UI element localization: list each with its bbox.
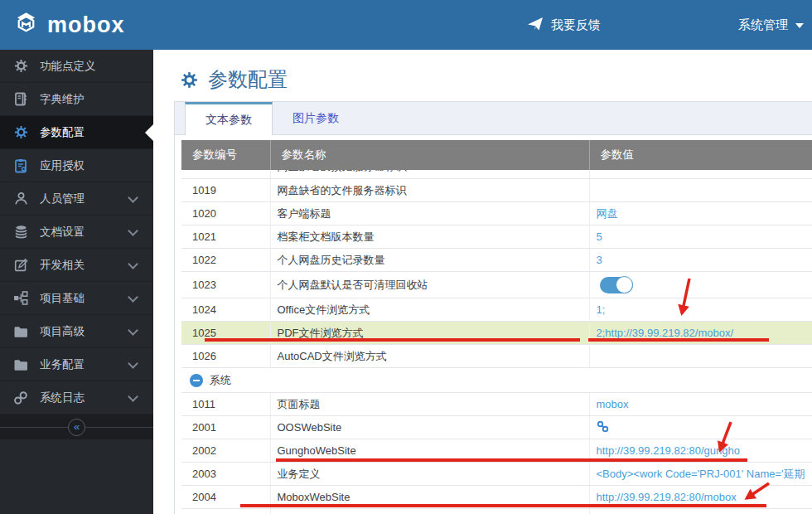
sidebar-item-参数配置[interactable]: 参数配置 [0,116,153,149]
param-name: 网盘缺省的文件服务器标识 [270,179,589,202]
sidebar-item-开发相关[interactable]: 开发相关 [0,249,153,282]
chevron-down-icon [128,325,138,336]
sidebar-item-项目基础[interactable]: 项目基础 [0,282,153,315]
param-name: OOSWebSite [270,416,589,439]
table-row[interactable]: 1021档案柜文档版本数量5 [181,225,812,249]
sidebar-item-label: 项目基础 [40,291,85,306]
param-value: http://39.99.219.82:80/mobox [589,486,812,509]
param-value: 1 [589,170,812,179]
table-row-partial[interactable]: 1018网盘缺省的预览服务器标识1 [181,170,812,179]
param-value: 2;http://39.99.219.82/mobox/ [589,322,812,345]
param-id: 2001 [181,416,270,439]
sidebar: 功能点定义字典维护参数配置应用授权人员管理文档设置开发相关项目基础项目高级业务配… [0,50,153,514]
column-header-name: 参数名称 [270,140,589,170]
sidebar-item-字典维护[interactable]: 字典维护 [0,83,153,116]
table-row[interactable]: 2001OOSWebSite [181,416,812,439]
chevron-down-icon [128,259,138,269]
table-row[interactable]: 2003业务定义<Body><work Code='PRJ-001' Name=… [181,463,812,486]
param-value: 3 [589,249,812,272]
param-value-link[interactable]: mobox [597,398,629,410]
param-id: 1024 [181,298,270,322]
top-bar: mobox 我要反馈 系统管理 [0,0,812,50]
table-row[interactable]: 1025PDF文件浏览方式2;http://39.99.219.82/mobox… [181,322,812,345]
sidebar-item-label: 开发相关 [40,258,85,273]
chevron-down-icon [128,225,138,236]
param-id: 1019 [181,179,270,202]
param-name: 个人网盘默认是否可清理回收站 [270,272,589,298]
user-menu[interactable]: 系统管理 [738,0,804,50]
table-row[interactable]: 1011页面标题mobox [181,393,812,416]
toggle-switch[interactable] [600,277,633,293]
sidebar-item-label: 人员管理 [40,192,85,206]
tab-文本参数[interactable]: 文本参数 [185,102,273,135]
feedback-button[interactable]: 我要反馈 [527,0,601,50]
param-name: GunghoWebSite [270,439,589,463]
sidebar-item-系统日志[interactable]: 系统日志 [0,381,153,415]
column-header-value: 参数值 [589,140,812,170]
param-id: 1022 [181,249,270,272]
param-value [589,272,812,298]
sidebar-item-label: 文档设置 [40,225,85,240]
sidebar-item-业务配置[interactable]: 业务配置 [0,348,153,381]
app-window: mobox 我要反馈 系统管理 功能点定义字典维护参数配置应用授权人员管理文档设… [0,0,812,514]
gear-icon [181,71,198,89]
param-name: 页面标题 [270,393,589,416]
logo[interactable]: mobox [13,0,125,50]
param-name: MoboxWebSite [270,486,589,509]
tab-图片参数[interactable]: 图片参数 [273,102,359,134]
table-row[interactable]: 2002GunghoWebSitehttp://39.99.219.82:80/… [181,439,812,463]
user-menu-label: 系统管理 [738,17,788,33]
main-content: 参数配置 文本参数图片参数 参数编号 参数名称 参数值 1018网盘缺省的预览服… [153,50,812,514]
param-name: 业务定义 [270,463,589,486]
param-value: http://39.99.219.82:80/gungho [589,439,812,463]
table-row [181,509,812,514]
table-row[interactable]: 1020客户端标题网盘 [181,202,812,225]
table-row[interactable]: 1019网盘缺省的文件服务器标识 [181,179,812,202]
param-value-link[interactable]: 网盘 [597,207,618,220]
sidebar-item-文档设置[interactable]: 文档设置 [0,216,153,249]
param-value-link[interactable]: http://39.99.219.82:80/mobox [597,491,737,503]
sidebar-item-label: 系统日志 [40,390,85,405]
caret-down-icon [795,23,804,28]
param-id: 1018 [181,170,270,179]
param-value-link[interactable]: 5 [597,230,602,243]
param-value-link[interactable]: 3 [597,254,602,266]
folder-icon [12,358,29,371]
sidebar-item-应用授权[interactable]: 应用授权 [0,149,153,182]
param-value-link[interactable]: http://39.99.219.82:80/gungho [597,444,741,457]
param-name: 个人网盘历史记录数量 [270,249,589,272]
chevron-down-icon [128,192,138,203]
table-row[interactable]: 2004MoboxWebSitehttp://39.99.219.82:80/m… [181,486,812,509]
param-name: AutoCAD文件浏览方式 [270,345,589,368]
collapse-section-icon[interactable] [190,374,203,387]
param-value-link[interactable]: <Body><work Code='PRJ-001' Name='延期 [597,468,805,480]
page-title-text: 参数配置 [208,66,288,93]
link-icon[interactable] [597,423,609,435]
param-id: 1026 [181,345,270,368]
gear-icon [12,59,29,73]
table-row[interactable]: 1026AutoCAD文件浏览方式 [181,345,812,368]
collapse-sidebar-button[interactable]: « [68,419,85,436]
feedback-label: 我要反馈 [551,17,601,33]
sidebar-item-功能点定义[interactable]: 功能点定义 [0,50,153,83]
chain-icon [12,390,29,405]
table-row[interactable]: 1022个人网盘历史记录数量3 [181,249,812,272]
section-row[interactable]: 系统 [181,368,812,393]
sidebar-item-项目高级[interactable]: 项目高级 [0,315,153,348]
param-name: 网盘缺省的预览服务器标识 [270,170,589,179]
param-value-link[interactable]: 1; [597,303,606,316]
table-row[interactable]: 1023个人网盘默认是否可清理回收站 [181,272,812,298]
book-icon [12,92,29,106]
param-name: 档案柜文档版本数量 [270,225,589,249]
section-cell: 系统 [181,368,812,393]
param-table: 参数编号 参数名称 参数值 1018网盘缺省的预览服务器标识11019网盘缺省的… [181,140,812,514]
table-row[interactable]: 1024Office文件浏览方式1; [181,298,812,322]
param-id: 1011 [181,393,270,416]
param-value-link[interactable]: 2;http://39.99.219.82/mobox/ [597,327,734,339]
param-value: 1; [589,298,812,322]
paper-plane-icon [527,17,544,34]
sidebar-item-人员管理[interactable]: 人员管理 [0,182,153,216]
chevron-down-icon [128,358,138,369]
tab-panel: 文本参数图片参数 参数编号 参数名称 参数值 1018网盘缺省的预览服务器标识1… [174,101,812,514]
tab-strip: 文本参数图片参数 [175,102,812,135]
